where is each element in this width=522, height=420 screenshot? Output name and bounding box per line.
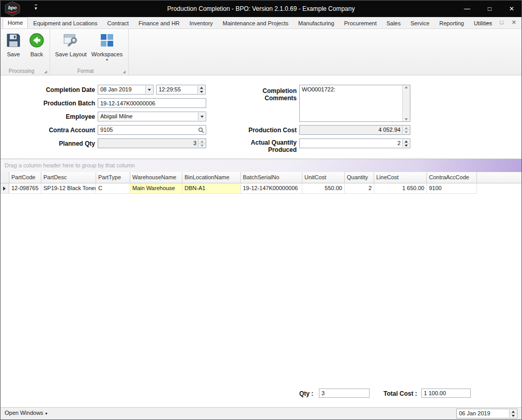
planned-qty-value: 3	[100, 139, 196, 148]
actual-quantity-label: Actual Quantity Produced	[240, 139, 297, 153]
tab-reporting[interactable]: Reporting	[435, 18, 469, 28]
back-button[interactable]: Back	[25, 32, 48, 57]
tab-contract[interactable]: Contract	[103, 18, 134, 28]
open-windows-button[interactable]: Open Windows▾	[5, 410, 48, 416]
completion-comments-label: Completion Comments	[250, 87, 297, 102]
production-batch-input[interactable]	[98, 98, 206, 108]
contra-account-value: 9105	[100, 126, 197, 134]
completion-date-value: 08 Jan 2019	[100, 85, 145, 94]
window-controls: — □ ✕	[464, 1, 514, 17]
workspaces-dropdown-icon: ▾	[106, 58, 108, 61]
completion-date-dropdown-icon[interactable]	[145, 86, 152, 94]
back-icon	[28, 32, 45, 49]
qty-total-label: Qty :	[299, 390, 313, 397]
column-header-binlocation[interactable]: BinLocationName	[182, 172, 241, 183]
statusbar-date-spinner[interactable]	[509, 410, 516, 417]
tab-procurement[interactable]: Procurement	[340, 18, 381, 28]
column-header-linecost[interactable]: LineCost	[374, 172, 427, 183]
cell-quantity[interactable]: 2	[345, 183, 374, 194]
save-layout-button[interactable]: Save Layout	[54, 32, 87, 57]
completion-time-input[interactable]: 12:29:55	[156, 85, 206, 95]
actual-quantity-spinner[interactable]	[402, 139, 409, 147]
cell-contraacccode[interactable]: 9100	[427, 183, 477, 194]
production-batch-label: Production Batch	[18, 100, 95, 107]
cell-unitcost[interactable]: 550.00	[302, 183, 345, 194]
ribbon-tab-row: Home Equipment and Locations Contract Fi…	[1, 17, 521, 29]
tab-home[interactable]: Home	[3, 17, 28, 28]
completion-comments-input[interactable]: WO0001722:	[299, 85, 410, 122]
processing-dialog-launcher-icon[interactable]: ◢	[44, 70, 47, 73]
total-cost-label: Total Cost :	[383, 390, 417, 397]
employee-dropdown-icon[interactable]	[198, 113, 205, 120]
production-cost-spinner	[402, 126, 409, 134]
format-dialog-launcher-icon[interactable]: ◢	[123, 70, 126, 73]
tab-inventory[interactable]: Inventory	[185, 18, 218, 28]
search-icon[interactable]	[198, 127, 204, 133]
completion-time-value: 12:29:55	[159, 85, 197, 94]
column-header-unitcost[interactable]: UnitCost	[302, 172, 345, 183]
table-row[interactable]: 12-098765 SP19-12 Black Toner C Main War…	[1, 183, 521, 194]
employee-label: Employee	[18, 113, 95, 120]
save-layout-icon	[63, 32, 79, 49]
column-header-batchserialno[interactable]: BatchSerialNo	[241, 172, 302, 183]
save-layout-button-label: Save Layout	[55, 51, 86, 57]
tab-service[interactable]: Service	[406, 18, 434, 28]
mdi-minimize-button[interactable]: —	[486, 19, 492, 26]
completion-date-input[interactable]: 08 Jan 2019	[98, 85, 153, 95]
tab-maintenance-and-projects[interactable]: Maintenance and Projects	[218, 18, 293, 28]
qty-total-value: 3	[319, 388, 370, 398]
completion-time-spinner[interactable]	[197, 86, 205, 94]
tab-manufacturing[interactable]: Manufacturing	[294, 18, 339, 28]
save-button[interactable]: Save	[4, 32, 23, 57]
mdi-window-controls: — □ ✕	[486, 19, 516, 26]
production-cost-input: 4 052.94	[299, 125, 410, 135]
cell-batchserialno[interactable]: 19-12-147K00000006	[241, 183, 302, 194]
actual-quantity-value: 2	[302, 139, 401, 148]
workspaces-button[interactable]: Workspaces ▾	[89, 32, 125, 61]
column-header-partcode[interactable]: PartCode	[9, 172, 41, 183]
statusbar-date-input[interactable]: 06 Jan 2019	[456, 409, 517, 418]
tab-finance-and-hr[interactable]: Finance and HR	[134, 18, 185, 28]
group-by-hint: Drag a column header here to group by th…	[5, 162, 135, 168]
cell-partdesc[interactable]: SP19-12 Black Toner	[41, 183, 96, 194]
completion-comments-value: WO0001722:	[302, 86, 400, 92]
window-title: Production Completion - BPO: Version 2.1…	[63, 1, 459, 17]
planned-qty-label: Planned Qty	[18, 140, 95, 147]
application-window: bpo ▾ Production Completion - BPO: Versi…	[0, 0, 522, 420]
open-windows-dropdown-icon: ▾	[45, 411, 48, 416]
column-header-contraacccode[interactable]: ContraAccCode	[427, 172, 477, 183]
tab-equipment-and-locations[interactable]: Equipment and Locations	[28, 18, 102, 28]
planned-qty-input: 3	[98, 138, 206, 148]
column-header-partdesc[interactable]: PartDesc	[41, 172, 96, 183]
minimize-button[interactable]: —	[464, 5, 470, 12]
mdi-restore-button[interactable]: □	[500, 19, 503, 26]
employee-select[interactable]: Abigail Milne	[98, 112, 206, 121]
close-button[interactable]: ✕	[509, 5, 514, 12]
cell-linecost[interactable]: 1 650.00	[374, 183, 427, 194]
column-header-warehousename[interactable]: WarehouseName	[130, 172, 182, 183]
quick-access-chevron-icon[interactable]: ▾	[35, 5, 37, 11]
column-header-parttype[interactable]: PartType	[96, 172, 130, 183]
mdi-close-button[interactable]: ✕	[512, 19, 516, 26]
cell-binlocation[interactable]: DBN-A1	[182, 183, 241, 194]
group-by-panel[interactable]: Drag a column header here to group by th…	[1, 159, 521, 172]
actual-quantity-input[interactable]: 2	[299, 138, 410, 148]
cell-partcode[interactable]: 12-098765	[9, 183, 41, 194]
contra-account-input[interactable]: 9105	[98, 125, 206, 135]
header-indicator-cell	[1, 172, 9, 183]
tab-sales[interactable]: Sales	[382, 18, 406, 28]
maximize-button[interactable]: □	[488, 5, 492, 12]
save-icon	[5, 32, 22, 49]
statusbar: Open Windows▾ 06 Jan 2019	[1, 407, 521, 419]
ribbon-toolbar: Save Back Processing ◢ Save Layo	[1, 29, 521, 75]
open-windows-label: Open Windows	[5, 410, 43, 416]
planned-qty-spinner	[198, 139, 205, 147]
cell-warehousename[interactable]: Main Warehouse	[130, 183, 182, 194]
cell-parttype[interactable]: C	[96, 183, 130, 194]
comments-scrollbar[interactable]	[402, 85, 410, 121]
bpo-logo-icon: bpo	[4, 1, 21, 17]
column-header-quantity[interactable]: Quantity	[345, 172, 374, 183]
ribbon-group-format: Save Layout Workspaces ▾ Format ◢	[50, 29, 129, 75]
completion-date-label: Completion Date	[18, 86, 95, 94]
ribbon-group-processing: Save Back Processing ◢	[1, 29, 50, 75]
